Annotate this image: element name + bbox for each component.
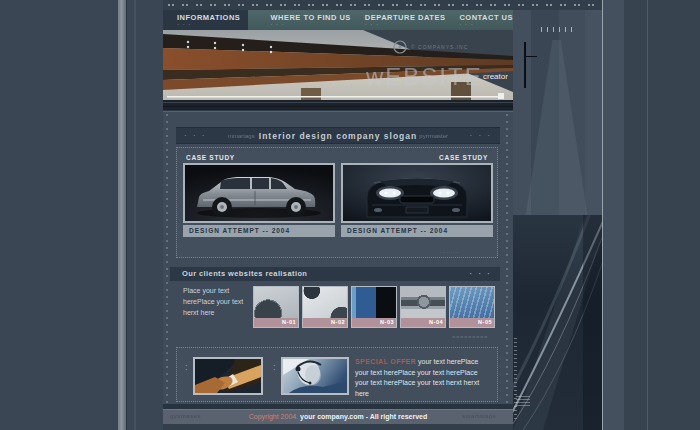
thumbnail-image — [303, 287, 347, 318]
thumbnail-n03[interactable]: N-03 — [351, 286, 397, 328]
nav-teal-bar: WHERE TO FIND US · · · DEPARTURE DATES ·… — [248, 10, 513, 30]
target-logo-dot — [398, 45, 401, 48]
top-dots-decor — [168, 4, 596, 6]
thumbnail-label: N-04 — [401, 318, 445, 327]
crosshair-icon — [524, 42, 526, 88]
blur-decor-text: ......... — [440, 248, 460, 254]
right-subtle-line — [647, 0, 648, 430]
website-template-page: INFORMATIONS · · · WHERE TO FIND US · · … — [0, 0, 700, 430]
content-edge-dots-left — [166, 114, 168, 404]
nav-dots-decor: · · · — [177, 22, 248, 26]
clients-placeholder-text: Place your text herePlace your text herx… — [183, 286, 255, 319]
left-vertical-rule-edge — [126, 0, 127, 430]
thumbnail-label: N-01 — [254, 318, 298, 327]
tick-marks-icon — [541, 27, 572, 32]
ruler-marks-decor — [514, 338, 517, 422]
nav-item-where-to-find-us[interactable]: WHERE TO FIND US · · · — [270, 10, 350, 30]
thumbnail-label: N-02 — [303, 318, 347, 327]
footer-copyright: Copyright 2004. — [249, 413, 298, 420]
thumbnail-n01[interactable]: N-01 — [253, 286, 299, 328]
car-side-photo — [183, 163, 335, 223]
footer: Copyright 2004. your company.com - All r… — [163, 409, 513, 424]
colon-dots-decor: : — [185, 362, 188, 372]
thumbnail-label: N-05 — [450, 318, 494, 327]
clients-header-text: Our clients websites realisation — [182, 269, 307, 278]
architecture-photo: © COMPANYS.INC wEBSITE creator — [163, 30, 513, 110]
thumbnail-image — [401, 287, 445, 318]
colon-dots-decor: : — [273, 362, 276, 372]
crosshair-tick — [526, 56, 537, 57]
thumbnail-n04[interactable]: N-04 — [400, 286, 446, 328]
thumbnail-n05[interactable]: N-05 — [449, 286, 495, 328]
site-title: wEBSITE — [365, 63, 483, 90]
case-study-label-right: CASE STUDY — [439, 154, 488, 161]
line-end-marker — [498, 93, 504, 99]
band-stripe — [585, 0, 602, 215]
slogan-text: Interior design company slogan — [259, 131, 417, 141]
header-divider — [163, 110, 513, 112]
logo-text: © COMPANYS.INC — [411, 44, 468, 50]
main-nav: INFORMATIONS · · · WHERE TO FIND US · · … — [163, 10, 513, 30]
dots-decor: · · · — [184, 131, 206, 140]
special-offer-section: : : — [176, 347, 498, 402]
nav-dots-decor: · · · — [270, 22, 350, 26]
footer-text: your company.com - All right reserved — [300, 413, 427, 420]
nav-item-informations[interactable]: INFORMATIONS · · · — [163, 10, 248, 30]
blur-decor-text: smartmags — [462, 413, 496, 419]
nav-item-departure-dates[interactable]: DEPARTURE DATES · · · — [365, 10, 446, 30]
case-studies-section: CASE STUDY CASE STUDY — [176, 147, 498, 258]
left-vertical-rule-2 — [134, 0, 136, 430]
case-study-right[interactable]: DESIGN ATTEMPT -- 2004 — [341, 163, 493, 237]
right-band-b — [624, 0, 700, 430]
thumbnail-image — [352, 287, 396, 318]
dots-decor: · · · — [470, 267, 492, 281]
blur-decor-text: pyrrmaster — [419, 133, 448, 139]
case-study-caption: DESIGN ATTEMPT -- 2004 — [341, 225, 493, 237]
blur-decor-text: mmartags — [228, 133, 255, 139]
content-edge-dots-right — [506, 114, 508, 404]
case-study-label-left: CASE STUDY — [186, 154, 235, 161]
clients-section-header: Our clients websites realisation · · · — [170, 267, 500, 281]
handshake-photo — [193, 357, 263, 395]
micro-text-decor — [516, 396, 530, 408]
bottom-strip — [163, 424, 513, 430]
thumbnail-image — [254, 287, 298, 318]
blur-decor-text: ========= — [452, 334, 488, 340]
special-offer-label: SPECIAL OFFER — [355, 358, 416, 365]
left-vertical-rule — [118, 0, 126, 430]
dots-decor: · · · — [470, 131, 492, 140]
call-center-photo — [281, 357, 349, 395]
thumbnail-label: N-03 — [352, 318, 396, 327]
case-study-left[interactable]: DESIGN ATTEMPT -- 2004 — [183, 163, 335, 237]
blur-decor-text: gysmases — [170, 413, 201, 419]
thumbnail-image — [450, 287, 494, 318]
special-offer-text: SPECIAL OFFER your text herePlace your t… — [355, 357, 493, 399]
nav-dots-decor: · · · — [365, 22, 446, 26]
case-study-caption: DESIGN ATTEMPT -- 2004 — [183, 225, 335, 237]
right-upper-band — [513, 0, 602, 215]
thumbnail-n02[interactable]: N-02 — [302, 286, 348, 328]
right-band-a — [603, 0, 624, 430]
client-thumbnails: N-01 N-02 N-03 N-04 N-05 — [253, 286, 495, 328]
nav-dots-decor: · · · — [459, 22, 513, 26]
site-subtitle: creator — [483, 72, 508, 81]
slogan-bar: · · · mmartags Interior design company s… — [176, 127, 500, 144]
car-front-photo — [341, 163, 493, 223]
band-stripe — [513, 0, 531, 215]
header-banner: © COMPANYS.INC wEBSITE creator — [163, 30, 513, 110]
nav-item-contact-us[interactable]: CONTACT US · · · — [459, 10, 513, 30]
